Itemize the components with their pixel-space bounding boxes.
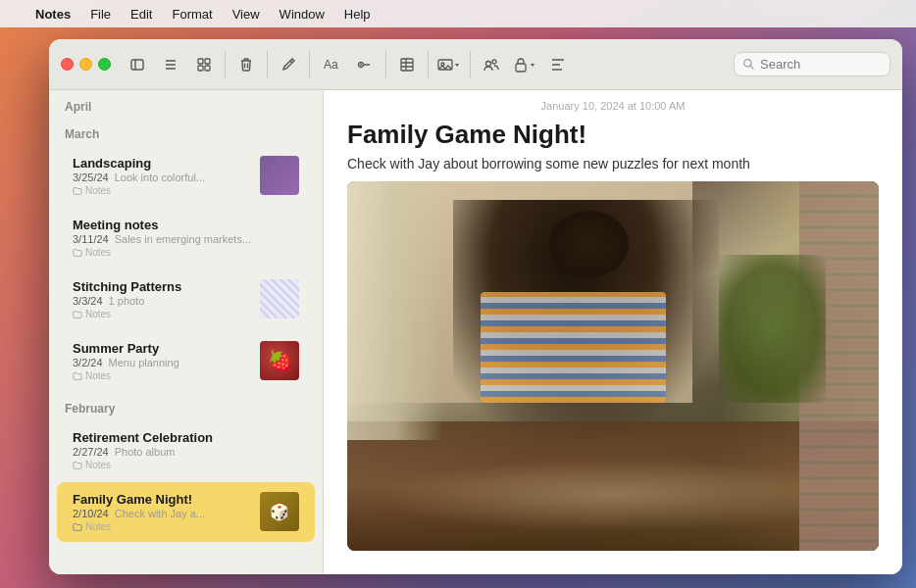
note-item-meeting-notes[interactable]: Meeting notes 3/11/24 Sales in emerging … [57, 208, 315, 268]
toolbar-separator-5 [428, 51, 429, 78]
toolbar: Aa [49, 39, 902, 90]
note-title-family-game: Family Game Night! [73, 492, 215, 507]
menu-view[interactable]: View [225, 5, 268, 24]
toolbar-separator-6 [470, 51, 471, 78]
svg-rect-0 [131, 60, 143, 70]
svg-point-22 [492, 60, 496, 64]
toolbar-separator-4 [385, 51, 386, 78]
note-title-meeting: Meeting notes [73, 218, 215, 232]
media-button[interactable] [434, 50, 464, 79]
note-thumb-summer: 🍓 [260, 341, 299, 380]
toolbar-separator-2 [267, 51, 268, 78]
section-header-april: April [49, 90, 323, 118]
table-button[interactable] [392, 50, 422, 79]
note-title-summer: Summer Party [73, 341, 215, 356]
editor-image [347, 181, 879, 551]
search-icon [742, 58, 755, 71]
note-title-retirement: Retirement Celebration [73, 430, 215, 445]
editor-date: January 10, 2024 at 10:00 AM [324, 90, 902, 116]
svg-rect-8 [205, 66, 210, 71]
note-meta-meeting: 3/11/24 Sales in emerging markets... [73, 233, 299, 245]
section-header-february: February [49, 392, 323, 419]
editor-pane: January 10, 2024 at 10:00 AM Family Game… [324, 90, 902, 574]
note-title-landscaping: Landscaping [73, 156, 215, 171]
sidebar-toggle-button[interactable] [123, 50, 152, 79]
note-folder-meeting: Notes [73, 247, 299, 258]
note-list-button[interactable] [543, 50, 573, 79]
note-item-landscaping[interactable]: Landscaping 3/25/24 Look into colorful..… [57, 146, 315, 206]
note-item-family-game-night[interactable]: Family Game Night! 2/10/24 Check with Ja… [57, 482, 315, 542]
svg-rect-7 [198, 66, 203, 71]
new-note-button[interactable] [274, 50, 303, 79]
menu-format[interactable]: Format [164, 5, 220, 24]
svg-rect-5 [198, 59, 203, 64]
note-folder-retirement: Notes [73, 460, 299, 470]
close-button[interactable] [61, 58, 74, 71]
font-size-button[interactable]: Aa [316, 50, 346, 79]
checklist-button[interactable] [350, 50, 380, 79]
menubar: Notes File Edit Format View Window Help [0, 0, 916, 27]
note-item-retirement[interactable]: Retirement Celebration 2/27/24 Photo alb… [57, 420, 315, 480]
list-view-button[interactable] [156, 50, 185, 79]
editor-body: Check with Jay about borrowing some new … [324, 156, 902, 181]
menu-help[interactable]: Help [336, 5, 379, 24]
delete-button[interactable] [231, 50, 261, 79]
apple-menu[interactable] [8, 12, 24, 16]
search-box [734, 52, 891, 76]
svg-line-11 [290, 61, 292, 63]
svg-rect-15 [401, 59, 413, 71]
menu-edit[interactable]: Edit [123, 5, 160, 24]
content-area: April March Landscaping 3/25/24 Look int… [49, 90, 902, 574]
note-thumb-stitching [260, 279, 299, 318]
search-input[interactable] [760, 57, 882, 72]
note-item-summer-party[interactable]: Summer Party 3/2/24 Menu planning Notes … [57, 331, 315, 391]
notes-window: Aa [49, 39, 902, 574]
menu-window[interactable]: Window [272, 5, 332, 24]
photo-simulation [347, 181, 879, 551]
note-item-stitching-patterns[interactable]: Stitching Patterns 3/3/24 1 photo Notes [57, 270, 315, 329]
lock-button[interactable] [510, 50, 539, 79]
menu-file[interactable]: File [82, 5, 119, 24]
svg-rect-23 [516, 64, 526, 72]
svg-rect-6 [205, 59, 210, 64]
svg-line-25 [750, 66, 753, 69]
note-thumb-landscaping [260, 156, 299, 195]
menu-notes[interactable]: Notes [27, 5, 78, 24]
note-meta-retirement: 2/27/24 Photo album [73, 446, 299, 458]
editor-title: Family Game Night! [324, 116, 902, 156]
window-controls [61, 58, 111, 71]
sidebar: April March Landscaping 3/25/24 Look int… [49, 90, 324, 574]
toolbar-separator-3 [309, 51, 310, 78]
svg-point-24 [744, 60, 751, 67]
toolbar-separator-1 [225, 51, 226, 78]
svg-point-21 [485, 61, 490, 66]
note-title-stitching: Stitching Patterns [73, 279, 215, 294]
gallery-view-button[interactable] [189, 50, 219, 79]
note-thumb-family-game: 🎲 [260, 492, 299, 531]
svg-point-20 [441, 63, 444, 66]
maximize-button[interactable] [98, 58, 111, 71]
section-header-march: March [49, 118, 323, 145]
minimize-button[interactable] [79, 58, 92, 71]
share-button[interactable] [477, 50, 506, 79]
